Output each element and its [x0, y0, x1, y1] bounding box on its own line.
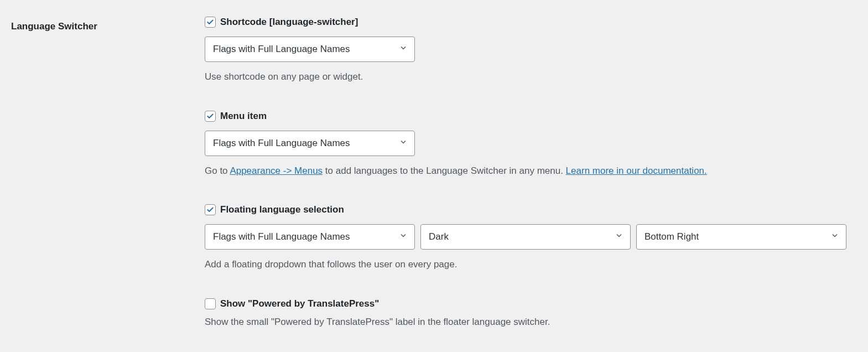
menu-item-display-select[interactable]: Flags with Full Language Names: [205, 131, 415, 156]
powered-by-option: Show "Powered by TranslatePress" Show th…: [205, 298, 857, 329]
powered-by-checkbox[interactable]: [205, 298, 216, 309]
chevron-down-icon: [399, 44, 408, 55]
select-value: Bottom Right: [644, 231, 699, 242]
floating-theme-select[interactable]: Dark: [420, 224, 631, 250]
select-value: Flags with Full Language Names: [213, 231, 350, 242]
chevron-down-icon: [615, 231, 623, 243]
desc-text: to add languages to the Language Switche…: [323, 165, 565, 176]
section-content: Shortcode [language-switcher] Flags with…: [205, 17, 857, 329]
floating-description: Add a floating dropdown that follows the…: [205, 257, 857, 272]
shortcode-option: Shortcode [language-switcher] Flags with…: [205, 17, 857, 84]
shortcode-checkbox[interactable]: [205, 17, 216, 28]
chevron-down-icon: [399, 137, 408, 149]
chevron-down-icon: [830, 231, 839, 243]
desc-text: Go to: [205, 165, 230, 176]
shortcode-description: Use shortcode on any page or widget.: [205, 70, 857, 84]
language-switcher-section: Language Switcher Shortcode [language-sw…: [11, 17, 857, 329]
shortcode-display-select[interactable]: Flags with Full Language Names: [205, 37, 415, 62]
floating-display-select[interactable]: Flags with Full Language Names: [205, 224, 415, 250]
check-icon: [206, 206, 214, 214]
select-value: Flags with Full Language Names: [213, 44, 350, 55]
documentation-link[interactable]: Learn more in our documentation.: [566, 165, 707, 176]
check-icon: [206, 112, 214, 120]
floating-position-select[interactable]: Bottom Right: [636, 224, 846, 250]
menu-item-option: Menu item Flags with Full Language Names…: [205, 111, 857, 178]
menu-item-description: Go to Appearance -> Menus to add languag…: [205, 164, 857, 178]
powered-by-label: Show "Powered by TranslatePress": [220, 298, 379, 309]
check-icon: [206, 18, 214, 26]
chevron-down-icon: [399, 231, 408, 243]
section-title: Language Switcher: [11, 17, 205, 32]
select-value: Dark: [429, 231, 449, 242]
floating-option: Floating language selection Flags with F…: [205, 204, 857, 272]
shortcode-label: Shortcode [language-switcher]: [220, 17, 358, 28]
powered-by-description: Show the small "Powered by TranslatePres…: [205, 315, 857, 329]
appearance-menus-link[interactable]: Appearance -> Menus: [230, 165, 323, 176]
menu-item-checkbox[interactable]: [205, 111, 216, 122]
select-value: Flags with Full Language Names: [213, 138, 350, 149]
menu-item-label: Menu item: [220, 111, 267, 122]
floating-checkbox[interactable]: [205, 204, 216, 215]
floating-label: Floating language selection: [220, 204, 344, 215]
